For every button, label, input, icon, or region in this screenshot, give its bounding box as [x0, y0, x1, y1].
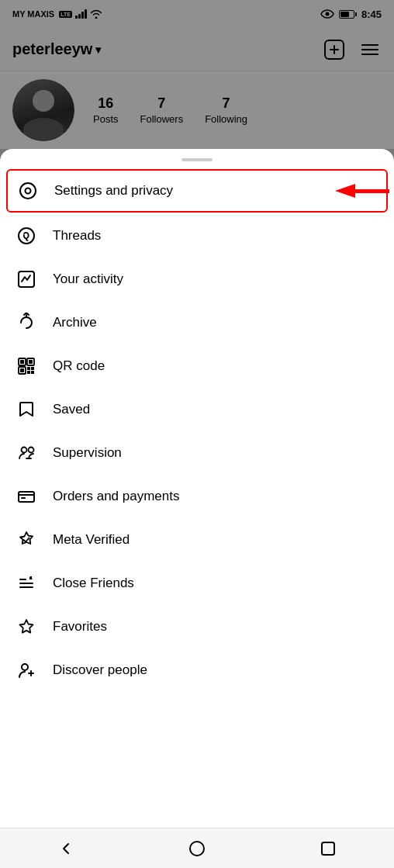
menu-item-supervision[interactable]: Supervision [0, 431, 394, 475]
svg-rect-16 [27, 371, 30, 374]
settings-icon [17, 180, 39, 202]
svg-rect-20 [19, 492, 34, 502]
svg-point-18 [22, 448, 27, 453]
svg-point-6 [19, 228, 34, 244]
activity-icon [16, 268, 37, 290]
svg-rect-9 [20, 360, 24, 364]
sheet-handle [0, 149, 394, 168]
menu-item-archive[interactable]: Archive [0, 301, 394, 344]
qrcode-icon [16, 355, 37, 377]
recents-button[interactable] [314, 835, 342, 863]
svg-point-26 [22, 664, 28, 670]
menu-item-threads[interactable]: Threads [0, 214, 394, 258]
svg-point-3 [26, 188, 31, 194]
red-arrow [324, 179, 394, 202]
closefriends-icon [16, 572, 37, 594]
menu-item-discover[interactable]: Discover people [0, 648, 394, 692]
menu-item-favorites[interactable]: Favorites [0, 605, 394, 648]
supervision-icon [16, 442, 37, 464]
svg-rect-4 [355, 189, 389, 193]
metaverified-icon [16, 529, 37, 551]
home-button[interactable] [183, 835, 211, 863]
discover-icon [16, 659, 37, 681]
menu-item-saved[interactable]: Saved [0, 388, 394, 431]
svg-rect-11 [29, 360, 33, 364]
saved-label: Saved [53, 402, 90, 417]
svg-rect-15 [31, 367, 34, 370]
svg-point-2 [20, 183, 36, 199]
menu-item-activity[interactable]: Your activity [0, 258, 394, 301]
discover-label: Discover people [53, 662, 147, 678]
qrcode-label: QR code [53, 358, 105, 374]
nav-bar [0, 828, 394, 868]
handle-bar [181, 158, 213, 161]
menu-item-closefriends[interactable]: Close Friends [0, 562, 394, 605]
bottom-sheet: Settings and privacy Threads [0, 149, 394, 828]
svg-rect-14 [27, 367, 30, 370]
svg-rect-13 [20, 368, 24, 372]
threads-icon [16, 225, 37, 247]
back-button[interactable] [52, 835, 80, 863]
menu-item-qrcode[interactable]: QR code [0, 344, 394, 388]
svg-marker-5 [335, 184, 355, 198]
svg-point-27 [190, 842, 204, 856]
menu-item-orders[interactable]: Orders and payments [0, 475, 394, 518]
archive-label: Archive [53, 315, 97, 330]
metaverified-label: Meta Verified [53, 532, 130, 548]
menu-item-settings[interactable]: Settings and privacy [6, 169, 388, 213]
favorites-label: Favorites [53, 619, 107, 635]
settings-label: Settings and privacy [54, 183, 173, 199]
archive-icon [16, 312, 37, 334]
svg-rect-17 [31, 371, 34, 374]
svg-point-19 [29, 448, 34, 453]
svg-rect-28 [322, 842, 334, 855]
favorites-icon [16, 616, 37, 638]
menu-item-metaverified[interactable]: Meta Verified [0, 518, 394, 562]
orders-icon [16, 486, 37, 507]
closefriends-label: Close Friends [53, 576, 134, 591]
orders-label: Orders and payments [53, 489, 179, 504]
threads-label: Threads [53, 228, 101, 244]
saved-icon [16, 399, 37, 420]
supervision-label: Supervision [53, 445, 122, 461]
activity-label: Your activity [53, 271, 123, 287]
